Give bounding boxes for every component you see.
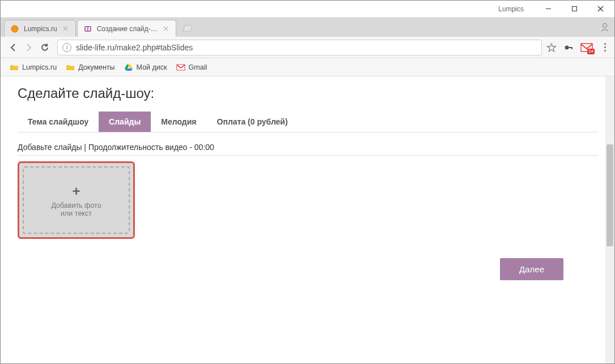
key-icon[interactable] bbox=[563, 42, 574, 53]
add-slide-button[interactable]: + Добавить фото или текст bbox=[18, 161, 135, 239]
bookmark-label: Gmail bbox=[189, 63, 207, 71]
svg-rect-9 bbox=[88, 27, 90, 31]
add-slide-line2: или текст bbox=[61, 209, 92, 217]
site-info-icon[interactable]: i bbox=[62, 43, 71, 52]
bookmark-label: Мой диск bbox=[137, 63, 167, 71]
slides-row: + Добавить фото или текст bbox=[18, 161, 597, 239]
browser-menu-button[interactable] bbox=[600, 43, 610, 52]
gmail-badge: 34 bbox=[587, 49, 595, 54]
footer-row: Далее bbox=[18, 258, 597, 280]
tab-payment[interactable]: Оплата (0 рублей) bbox=[207, 112, 298, 132]
address-url: slide-life.ru/make2.php#tabSlides bbox=[76, 43, 193, 52]
back-button[interactable] bbox=[5, 40, 21, 55]
browser-tab-0[interactable]: Lumpics.ru bbox=[4, 20, 76, 37]
next-button[interactable]: Далее bbox=[500, 258, 563, 280]
page-title: Сделайте слайд-шоу: bbox=[18, 85, 597, 101]
browser-tab-1[interactable]: Создание слайд-шоу — bbox=[77, 20, 176, 37]
folder-icon bbox=[66, 63, 75, 72]
window-title: Lumpics bbox=[2, 5, 535, 13]
reload-button[interactable] bbox=[37, 40, 53, 55]
svg-point-13 bbox=[565, 45, 569, 49]
bookmark-label: Документы bbox=[78, 63, 114, 71]
page-content: Сделайте слайд-шоу: Тема слайдшоу Слайды… bbox=[1, 76, 614, 364]
favicon-icon bbox=[10, 24, 19, 33]
folder-icon bbox=[10, 63, 19, 72]
window-close-button[interactable] bbox=[587, 1, 613, 17]
slides-hint: Добавьте слайды | Продолжительность виде… bbox=[18, 143, 597, 156]
svg-rect-17 bbox=[177, 65, 185, 70]
svg-rect-7 bbox=[84, 26, 91, 32]
svg-rect-1 bbox=[572, 7, 576, 11]
gmail-extension-icon[interactable]: 34 bbox=[580, 42, 593, 53]
svg-rect-8 bbox=[86, 27, 87, 31]
tab-title: Lumpics.ru bbox=[24, 25, 57, 33]
bookmark-item[interactable]: Gmail bbox=[172, 61, 212, 74]
close-icon[interactable] bbox=[62, 25, 70, 33]
drive-icon bbox=[124, 63, 133, 72]
favicon-icon bbox=[83, 24, 92, 33]
tab-title: Создание слайд-шоу — bbox=[97, 25, 158, 33]
browser-navbar: i slide-life.ru/make2.php#tabSlides 34 bbox=[1, 37, 614, 58]
new-tab-button[interactable] bbox=[181, 22, 194, 35]
svg-point-4 bbox=[11, 25, 18, 32]
bookmarks-bar: Lumpics.ru Документы Мой диск Gmail bbox=[1, 58, 614, 76]
window-maximize-button[interactable] bbox=[561, 1, 587, 17]
window-titlebar: Lumpics bbox=[1, 1, 614, 18]
gmail-icon bbox=[176, 63, 185, 72]
bookmark-star-icon[interactable] bbox=[546, 42, 557, 53]
tab-slides[interactable]: Слайды bbox=[99, 112, 151, 132]
tab-theme[interactable]: Тема слайдшоу bbox=[18, 112, 99, 132]
add-slide-line1: Добавить фото bbox=[51, 202, 101, 209]
page-viewport: Сделайте слайд-шоу: Тема слайдшоу Слайды… bbox=[1, 76, 614, 364]
bookmark-item[interactable]: Документы bbox=[61, 61, 119, 74]
tab-melody[interactable]: Мелодия bbox=[151, 112, 206, 132]
svg-rect-15 bbox=[571, 47, 572, 49]
browser-tabstrip: Lumpics.ru Создание слайд-шоу — bbox=[1, 18, 614, 37]
close-icon[interactable] bbox=[162, 25, 170, 33]
svg-point-12 bbox=[603, 24, 607, 28]
bookmark-item[interactable]: Мой диск bbox=[120, 61, 172, 74]
plus-icon: + bbox=[72, 183, 80, 199]
page-tabs: Тема слайдшоу Слайды Мелодия Оплата (0 р… bbox=[18, 112, 597, 132]
bookmark-label: Lumpics.ru bbox=[22, 63, 57, 71]
forward-button[interactable] bbox=[21, 40, 37, 55]
window-minimize-button[interactable] bbox=[535, 1, 561, 17]
bookmark-item[interactable]: Lumpics.ru bbox=[5, 61, 61, 74]
address-bar[interactable]: i slide-life.ru/make2.php#tabSlides bbox=[57, 40, 542, 55]
user-icon[interactable] bbox=[600, 22, 610, 32]
